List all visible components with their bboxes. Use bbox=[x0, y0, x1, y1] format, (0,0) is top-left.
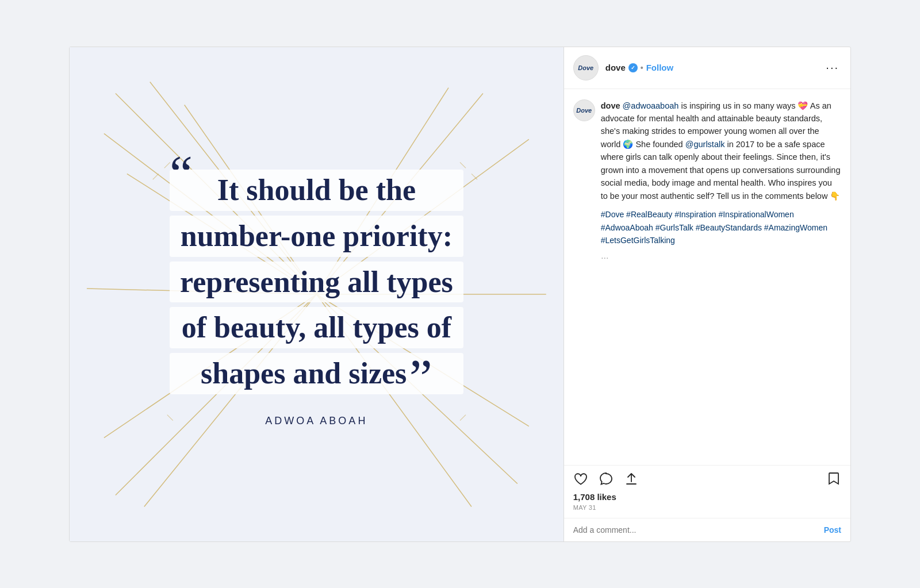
comment-input[interactable] bbox=[573, 525, 818, 535]
caption-row: Dove dove @adwoaaboah is inspiring us in… bbox=[573, 99, 841, 263]
caption-mention-gurlstalk[interactable]: @gurlstalk bbox=[685, 140, 725, 149]
caption-username: dove bbox=[601, 101, 620, 110]
quote-line-5: shapes and sizes ” bbox=[170, 353, 463, 394]
caption-hashtags: #Dove #RealBeauty #Inspiration #Inspirat… bbox=[601, 208, 841, 247]
verified-badge-icon bbox=[628, 63, 638, 72]
post-container: “ It should be the number-one priority: … bbox=[69, 47, 851, 542]
quote-line-3: representing all types bbox=[170, 262, 463, 303]
post-image: “ It should be the number-one priority: … bbox=[70, 47, 564, 541]
post-header: Dove dove • Follow ··· bbox=[564, 47, 850, 89]
post-date: MAY 31 bbox=[573, 504, 841, 511]
more-options-button[interactable]: ··· bbox=[823, 61, 841, 74]
header-username-text: dove bbox=[605, 63, 626, 72]
heart-icon bbox=[573, 471, 588, 486]
like-button[interactable] bbox=[573, 471, 588, 486]
quote-lines: It should be the number-one priority: re… bbox=[170, 170, 463, 394]
comment-input-area: Post bbox=[564, 518, 850, 541]
share-button[interactable] bbox=[624, 471, 639, 486]
header-middle: dove • Follow bbox=[605, 63, 824, 72]
caption-text-body: dove @adwoaaboah is inspiring us in so m… bbox=[601, 99, 841, 263]
bookmark-button[interactable] bbox=[826, 471, 841, 486]
likes-count: 1,708 likes bbox=[573, 492, 841, 502]
caption-comments-below: comments below 👇 bbox=[765, 191, 841, 201]
quote-line-1: It should be the bbox=[170, 170, 463, 211]
header-avatar: Dove bbox=[573, 55, 599, 80]
caption-avatar: Dove bbox=[573, 99, 595, 121]
post-caption-area: Dove dove @adwoaaboah is inspiring us in… bbox=[564, 89, 850, 465]
caption-mention-adwoa[interactable]: @adwoaaboah bbox=[623, 101, 679, 110]
quote-author: ADWOA ABOAH bbox=[170, 415, 463, 427]
follow-button[interactable]: Follow bbox=[646, 63, 674, 72]
header-username-row: dove • Follow bbox=[605, 63, 824, 72]
quote-image-content: “ It should be the number-one priority: … bbox=[70, 47, 564, 541]
close-quote: ” bbox=[409, 365, 432, 391]
post-info-panel: Dove dove • Follow ··· Dove bbox=[564, 47, 850, 541]
bookmark-icon bbox=[826, 471, 841, 486]
post-comment-button[interactable]: Post bbox=[824, 525, 841, 535]
action-icons-row bbox=[573, 471, 841, 486]
comment-button[interactable] bbox=[599, 471, 614, 486]
quote-block: “ It should be the number-one priority: … bbox=[170, 161, 463, 427]
comment-icon bbox=[599, 471, 614, 486]
share-icon bbox=[624, 471, 639, 486]
quote-line-2: number-one priority: bbox=[170, 216, 463, 257]
post-actions-bar: 1,708 likes MAY 31 bbox=[564, 465, 850, 518]
header-logo-text: Dove bbox=[578, 64, 593, 71]
dot-separator: • bbox=[641, 63, 643, 72]
caption-logo-text: Dove bbox=[576, 107, 592, 114]
quote-line-4: of beauty, all types of bbox=[170, 307, 463, 348]
see-more-link[interactable]: … bbox=[601, 250, 841, 263]
